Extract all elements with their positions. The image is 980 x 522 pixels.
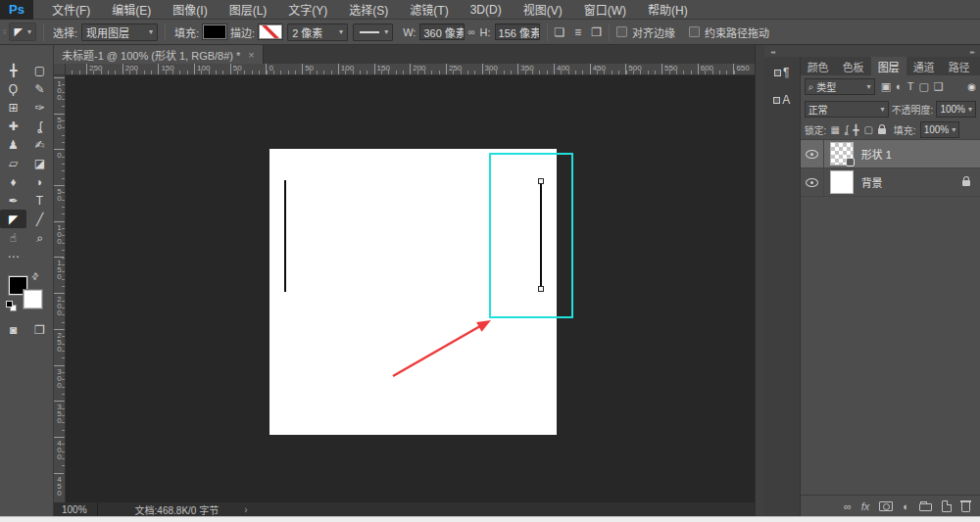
filter-toggle-icon[interactable]: ◉ (967, 81, 976, 92)
anchor-point-bottom[interactable] (538, 286, 544, 292)
lock-transparency-icon[interactable]: ▦ (830, 124, 839, 135)
blend-mode-dropdown[interactable]: 正常 ▾ (805, 101, 889, 118)
link-dimensions-icon[interactable]: ∞ (467, 26, 474, 37)
collapse-panels-icon[interactable]: ▸▸ (970, 48, 974, 55)
menu-item[interactable]: 滤镜(T) (399, 0, 459, 19)
filter-image-icon[interactable]: ▣ (881, 80, 891, 93)
vertical-scrollbar[interactable] (755, 45, 764, 516)
tool-history-brush[interactable]: ✍ (26, 135, 53, 154)
anchor-point-top[interactable] (538, 178, 544, 184)
paragraph-styles-panel-icon[interactable]: ¶ (768, 63, 796, 82)
visibility-cell[interactable] (801, 140, 824, 167)
layer-row-shape-1[interactable]: 形状 1 (801, 140, 980, 168)
constrain-path-option[interactable]: 约束路径拖动 (689, 24, 769, 40)
layer-thumbnail[interactable] (830, 142, 854, 166)
menu-item[interactable]: 编辑(E) (101, 0, 162, 19)
filter-type-dropdown[interactable]: ⌕ 类型 ▾ (805, 78, 875, 95)
new-layer-icon[interactable] (942, 500, 952, 512)
panel-tab[interactable]: 图层 (871, 57, 906, 75)
stroke-color-swatch[interactable] (259, 24, 282, 39)
canvas-workspace[interactable] (66, 75, 755, 502)
layer-thumbnail[interactable] (830, 170, 854, 194)
tool-rect-marquee[interactable]: ▢ (26, 61, 53, 79)
fill-color-swatch[interactable] (203, 24, 226, 39)
shape-width-field[interactable]: 360 像素 (419, 24, 465, 40)
shape-selection-bounds[interactable] (489, 153, 573, 318)
menu-item[interactable]: 文件(F) (41, 0, 101, 19)
lock-position-icon[interactable]: ╋ (853, 124, 858, 135)
tool-path-selection[interactable]: ◤ (0, 210, 26, 228)
horizontal-ruler[interactable]: 2502001501005005010015020025030035040045… (66, 64, 755, 75)
menu-item[interactable]: 选择(S) (338, 0, 399, 19)
vertical-ruler[interactable]: 10050050100150200250300350400450 (54, 75, 66, 502)
lock-all-icon[interactable] (878, 128, 886, 134)
shape-height-field[interactable]: 156 像素 (495, 24, 540, 40)
panel-tab[interactable]: 路径 (942, 57, 977, 75)
menu-item[interactable]: 文字(Y) (277, 0, 338, 19)
menu-item[interactable]: 图像(I) (162, 0, 218, 19)
path-alignment-button[interactable]: ≡ (574, 25, 581, 39)
tool-line[interactable]: ╱ (26, 210, 53, 228)
menu-item[interactable]: 帮助(H) (637, 0, 699, 19)
adjustment-layer-icon[interactable]: ◐ (903, 500, 909, 512)
swap-colors-icon[interactable]: ⇄ (29, 270, 41, 282)
tool-gradient[interactable]: ◪ (26, 154, 53, 172)
tool-quick-selection[interactable]: ✎ (26, 79, 53, 98)
panel-tab[interactable]: 色板 (836, 57, 871, 75)
layer-name[interactable]: 形状 1 (861, 146, 892, 162)
filter-smart-object-icon[interactable]: ❑ (934, 80, 944, 93)
menu-item[interactable]: 3D(D) (460, 0, 513, 19)
filter-type-icon[interactable]: T (907, 80, 914, 93)
photoshop-logo[interactable]: Ps (0, 0, 33, 20)
visibility-cell[interactable] (801, 168, 824, 196)
lock-artboard-icon[interactable]: ▢ (863, 124, 872, 135)
layer-style-icon[interactable]: fx (861, 500, 870, 512)
tool-crop[interactable]: ⊞ (0, 98, 26, 117)
collapse-dock-icon[interactable]: ◂◂ (770, 48, 774, 55)
menu-item[interactable]: 图层(L) (219, 0, 278, 19)
tool-lasso[interactable]: Ϙ (0, 79, 26, 98)
fill-opacity-dropdown[interactable]: 100% ▾ (920, 121, 960, 138)
screen-mode-button[interactable]: ❐ (26, 320, 53, 339)
stroke-width-dropdown[interactable]: 2 像素 ▾ (287, 24, 348, 41)
tool-dodge[interactable]: ◗ (26, 172, 53, 191)
layer-mask-icon[interactable] (879, 501, 893, 511)
tool-type[interactable]: T (26, 191, 53, 210)
tool-more[interactable]: ⋯ (0, 247, 26, 265)
menu-item[interactable]: 视图(V) (513, 0, 573, 19)
layer-name[interactable]: 背景 (861, 174, 883, 190)
constrain-path-checkbox[interactable] (689, 26, 700, 37)
path-operations-button[interactable]: ❏ (555, 25, 565, 39)
tool-hand[interactable]: ☝ (0, 228, 26, 247)
align-edges-option[interactable]: 对齐边缘 (616, 24, 675, 40)
filter-shape-icon[interactable]: ▢ (918, 80, 928, 93)
opacity-dropdown[interactable]: 100% ▾ (936, 101, 976, 118)
select-mode-dropdown[interactable]: 现用图层 ▾ (81, 24, 158, 41)
menu-item[interactable]: 窗口(W) (573, 0, 637, 19)
default-colors-icon[interactable] (6, 301, 18, 312)
tool-spot-healing[interactable]: ✚ (0, 117, 26, 135)
background-color-swatch[interactable] (24, 290, 42, 308)
path-arrange-button[interactable]: ❐ (591, 25, 602, 39)
link-layers-icon[interactable]: ∞ (844, 500, 852, 512)
tool-move[interactable]: ╋ (0, 61, 26, 79)
delete-layer-icon[interactable] (961, 502, 970, 512)
tool-zoom[interactable]: ⌕ (26, 228, 53, 247)
character-styles-panel-icon[interactable]: A (768, 90, 796, 110)
align-edges-checkbox[interactable] (616, 26, 627, 37)
status-options-chevron[interactable]: › (244, 504, 247, 515)
lock-pixels-icon[interactable]: ʆ (845, 124, 849, 135)
tool-clone-stamp[interactable]: ♟ (0, 135, 26, 154)
tool-brush[interactable]: ʆ (26, 117, 53, 135)
zoom-level-field[interactable]: 100% (54, 502, 98, 516)
document-tab[interactable]: 未标题-1 @ 100% (形状 1, RGB/8#) * × (54, 45, 264, 64)
layer-row-background[interactable]: 背景 (801, 168, 980, 197)
close-tab-icon[interactable]: × (248, 49, 254, 61)
tool-eyedropper[interactable]: ✑ (26, 98, 53, 117)
tool-pen[interactable]: ✒ (0, 191, 26, 210)
active-tool-preset[interactable]: ◤ ▾ (9, 23, 35, 41)
quick-mask-button[interactable]: ◙ (0, 320, 26, 339)
tool-blur[interactable]: ♦ (0, 172, 26, 191)
panel-tab[interactable]: 颜色 (801, 57, 836, 75)
tool-eraser[interactable]: ▱ (0, 154, 26, 172)
